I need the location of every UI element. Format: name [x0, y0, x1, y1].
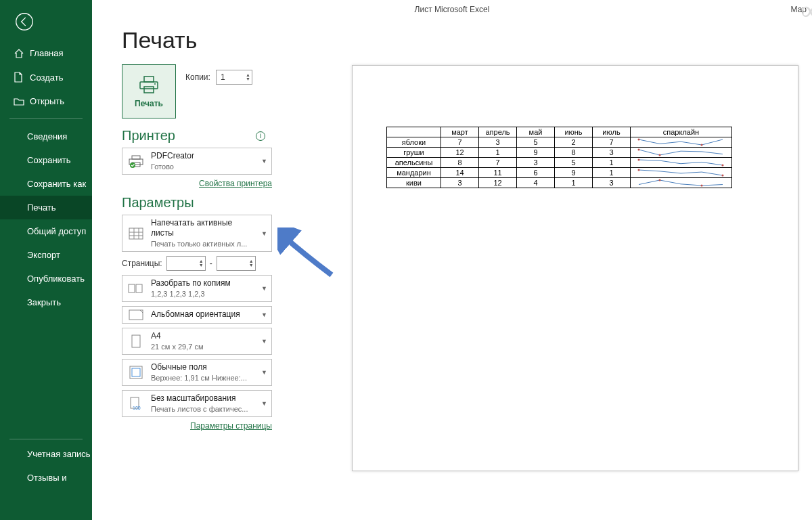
collate-dropdown[interactable]: Разобрать по копиям 1,2,3 1,2,3 1,2,3 ▼: [122, 275, 272, 302]
print-button-label: Печать: [135, 99, 163, 108]
scaling-dropdown[interactable]: 100 Без масштабирования Печать листов с …: [122, 390, 272, 417]
sidebar-item[interactable]: Печать: [0, 196, 92, 219]
sidebar-separator: [9, 439, 83, 439]
collate-icon: [127, 283, 145, 294]
print-button[interactable]: Печать: [122, 64, 176, 118]
print-preview: мартапрельмайиюньиюльспарклайн яблоки735…: [352, 65, 798, 471]
svg-rect-17: [132, 335, 140, 347]
sidebar-item[interactable]: Сохранить: [0, 148, 92, 172]
sidebar-item[interactable]: Учетная запись: [0, 442, 92, 466]
svg-point-28: [638, 169, 640, 171]
svg-rect-15: [136, 284, 142, 292]
svg-rect-5: [132, 156, 140, 159]
sidebar-item-doc[interactable]: Создать: [0, 65, 92, 89]
sidebar-item[interactable]: Отзывы и: [0, 466, 92, 490]
orientation-dropdown[interactable]: Альбомная ориентация ▼: [122, 306, 272, 324]
copies-input[interactable]: 1 ▲▼: [216, 70, 252, 85]
margins-icon: [127, 366, 145, 379]
landscape-icon: [127, 309, 145, 320]
backstage-sidebar: ГлавнаяСоздатьОткрыть СведенияСохранитьС…: [0, 0, 92, 520]
svg-point-0: [16, 14, 33, 30]
chevron-down-icon: ▼: [261, 369, 267, 376]
svg-point-27: [722, 165, 724, 167]
preview-table: мартапрельмайиюньиюльспарклайн яблоки735…: [386, 127, 732, 188]
sidebar-item-folder[interactable]: Открыть: [0, 89, 92, 113]
printer-properties-link[interactable]: Свойства принтера: [199, 179, 272, 188]
sidebar-item[interactable]: Сохранить как: [0, 172, 92, 196]
svg-rect-1: [144, 77, 154, 82]
back-button[interactable]: [0, 0, 92, 41]
sidebar-item-home[interactable]: Главная: [0, 41, 92, 65]
pages-to-input[interactable]: ▲▼: [217, 256, 256, 271]
chevron-down-icon: ▼: [261, 285, 267, 292]
svg-point-31: [701, 185, 703, 187]
page-title: Печать: [92, 0, 812, 64]
print-scope-dropdown[interactable]: Напечатать активные листы Печать только …: [122, 215, 272, 252]
chevron-down-icon: ▼: [261, 158, 267, 165]
svg-point-30: [659, 179, 661, 181]
printer-dropdown[interactable]: PDFCreator Готово ▼: [122, 148, 272, 175]
svg-point-4: [154, 83, 156, 85]
sidebar-item[interactable]: Общий доступ: [0, 219, 92, 243]
paper-size-dropdown[interactable]: A4 21 см x 29,7 см ▼: [122, 328, 272, 355]
annotation-arrow: [277, 228, 338, 284]
svg-rect-3: [144, 87, 154, 93]
sidebar-item[interactable]: Закрыть: [0, 290, 92, 314]
sidebar-item[interactable]: Экспорт: [0, 243, 92, 267]
home-icon: [14, 49, 24, 58]
svg-rect-2: [140, 82, 158, 89]
spinner-icon[interactable]: ▲▼: [246, 73, 250, 81]
margins-dropdown[interactable]: Обычные поля Верхнее: 1,91 см Нижнее:...…: [122, 359, 272, 386]
printer-status-icon: [127, 154, 145, 168]
spinner-icon[interactable]: ▲▼: [199, 259, 204, 267]
svg-point-26: [638, 159, 640, 161]
chevron-down-icon: ▼: [261, 311, 267, 318]
svg-rect-16: [129, 310, 143, 320]
folder-icon: [14, 98, 24, 106]
scaling-icon: 100: [127, 397, 145, 410]
svg-point-25: [659, 154, 661, 156]
info-icon[interactable]: i: [256, 131, 265, 141]
svg-point-29: [722, 175, 724, 177]
chevron-down-icon: ▼: [261, 338, 267, 345]
pages-label: Страницы:: [122, 259, 162, 268]
sidebar-item[interactable]: Опубликовать: [0, 267, 92, 290]
svg-point-24: [638, 149, 640, 151]
doc-icon: [14, 72, 24, 83]
sheets-icon: [127, 227, 145, 240]
back-arrow-icon: [15, 12, 34, 31]
params-section-title: Параметры: [122, 195, 281, 211]
copies-label: Копии:: [185, 72, 210, 82]
svg-point-22: [638, 139, 640, 141]
svg-rect-14: [129, 284, 135, 292]
svg-rect-19: [132, 368, 140, 376]
sidebar-separator: [9, 118, 83, 119]
pages-from-input[interactable]: ▲▼: [166, 256, 206, 271]
svg-rect-9: [129, 228, 143, 239]
sidebar-item[interactable]: Сведения: [0, 125, 92, 148]
page-setup-link[interactable]: Параметры страницы: [190, 421, 272, 431]
chevron-down-icon: ▼: [261, 400, 267, 407]
svg-text:100: 100: [133, 406, 141, 410]
chevron-down-icon: ▼: [261, 230, 267, 237]
printer-section-title: Принтер i: [122, 128, 281, 144]
printer-icon: [137, 74, 160, 95]
svg-point-8: [130, 162, 135, 168]
page-icon: [127, 334, 145, 348]
svg-point-23: [701, 144, 703, 146]
spinner-icon[interactable]: ▲▼: [249, 259, 254, 267]
